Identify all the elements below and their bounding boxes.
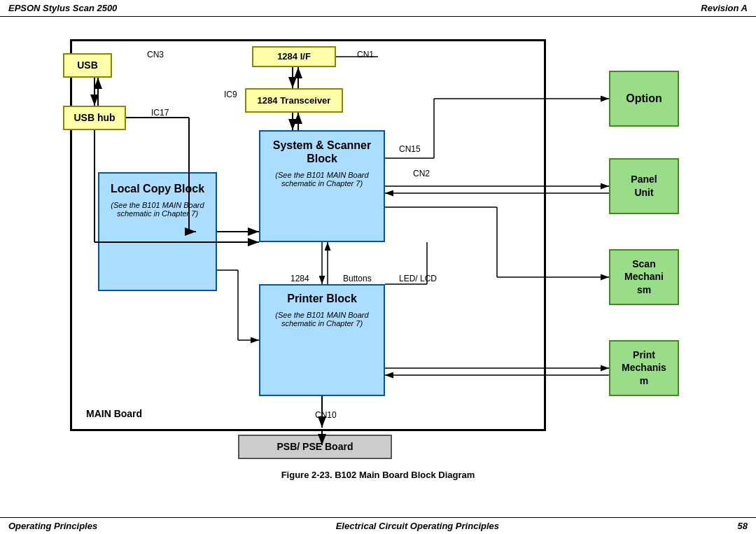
footer-left: Operating Principles	[8, 521, 97, 531]
panel-block: PanelUnit	[609, 158, 679, 214]
header-title-right: Revision A	[701, 3, 748, 13]
cn2-label: CN2	[413, 169, 430, 178]
if1284-label: 1284 I/F	[277, 51, 311, 62]
scan-block: ScanMechanism	[609, 249, 679, 305]
footer-right: 58	[738, 521, 748, 531]
cn1-label: CN1	[357, 50, 374, 59]
main-board-label: MAIN Board	[86, 408, 142, 419]
page-footer: Operating Principles Electrical Circuit …	[0, 517, 756, 534]
system-block-note: (See the B101 MAIN Board schematic in Ch…	[260, 171, 384, 188]
printer-block-title: Printer Block	[287, 293, 357, 305]
usb-hub-label: USB hub	[74, 112, 115, 123]
printer-block-note: (See the B101 MAIN Board schematic in Ch…	[260, 311, 384, 328]
page-header: EPSON Stylus Scan 2500 Revision A	[0, 0, 756, 17]
local-copy-block: Local Copy Block (See the B101 MAIN Boar…	[98, 172, 217, 291]
psb-board: PSB/ PSE Board	[238, 435, 392, 459]
bus1284-label: 1284	[290, 274, 309, 283]
psb-label: PSB/ PSE Board	[277, 441, 354, 452]
print-block: PrintMechanism	[609, 340, 679, 396]
led-lcd-label: LED/ LCD	[399, 274, 437, 283]
print-label: PrintMechanism	[622, 349, 666, 387]
printer-block: Printer Block (See the B101 MAIN Board s…	[259, 284, 385, 396]
local-copy-title: Local Copy Block	[111, 182, 204, 195]
block-diagram: MAIN Board USB USB hub 1284 I/F 1284 Tra…	[42, 32, 714, 501]
option-block: Option	[609, 71, 679, 127]
header-title-left: EPSON Stylus Scan 2500	[8, 3, 117, 13]
ic17-label: IC17	[151, 108, 169, 118]
usb-block: USB	[63, 53, 112, 78]
buttons-label: Buttons	[343, 274, 372, 283]
usb-label: USB	[77, 59, 98, 71]
figure-caption: Figure 2-23. B102 Main Board Block Diagr…	[281, 470, 475, 480]
system-scanner-block: System & Scanner Block (See the B101 MAI…	[259, 130, 385, 242]
ic9-label: IC9	[224, 90, 237, 99]
cn15-label: CN15	[399, 144, 421, 154]
main-content: MAIN Board USB USB hub 1284 I/F 1284 Tra…	[0, 20, 756, 513]
usb-hub-block: USB hub	[63, 106, 126, 130]
cn10-label: CN10	[315, 410, 337, 420]
footer-center: Electrical Circuit Operating Principles	[336, 521, 499, 531]
system-block-title: System & Scanner Block	[260, 139, 384, 165]
if1284-block: 1284 I/F	[252, 46, 336, 67]
local-copy-note: (See the B101 MAIN Board schematic in Ch…	[99, 201, 216, 218]
cn3-label: CN3	[147, 50, 164, 59]
transceiver-label: 1284 Transceiver	[258, 95, 331, 106]
option-label: Option	[626, 92, 662, 105]
scan-label: ScanMechanism	[624, 258, 664, 296]
transceiver-block: 1284 Transceiver	[245, 88, 343, 113]
panel-label: PanelUnit	[631, 173, 657, 198]
